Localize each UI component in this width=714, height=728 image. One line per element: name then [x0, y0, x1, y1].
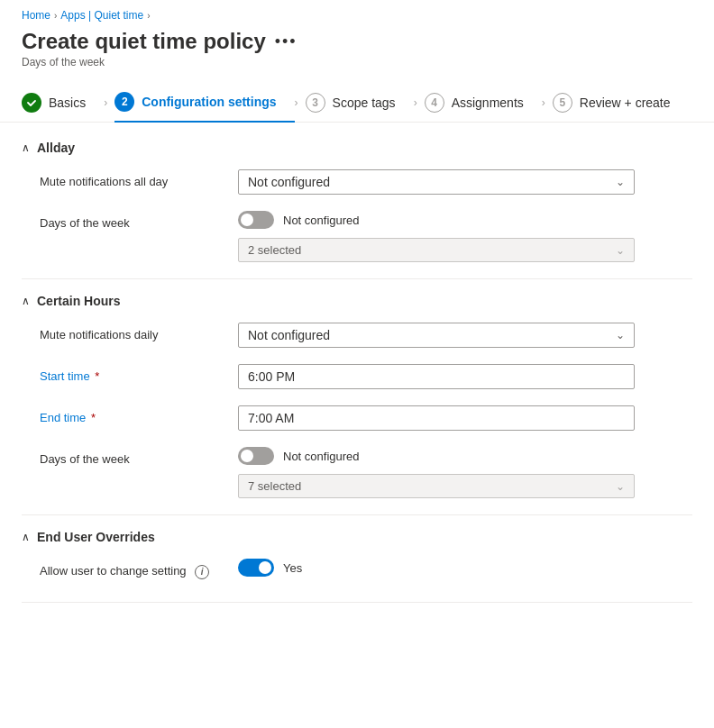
section-allday-header[interactable]: ∧ Allday [22, 141, 692, 155]
end-required-star: * [87, 411, 96, 424]
certain-hours-end-control [238, 405, 692, 431]
certain-hours-chevron-icon: ∧ [22, 295, 30, 307]
certain-hours-start-label: Start time * [40, 364, 238, 383]
certain-hours-mute-row: Mute notifications daily Not configured … [40, 323, 692, 348]
section-end-user: ∧ End User Overrides Allow user to chang… [22, 530, 692, 586]
certain-hours-start-control [238, 364, 692, 389]
section-allday: ∧ Allday Mute notifications all day Not … [22, 141, 692, 262]
step-assignments-label: Assignments [452, 96, 524, 110]
certain-hours-mute-dropdown[interactable]: Not configured ⌄ [238, 323, 635, 348]
end-user-allow-control: Yes [238, 559, 692, 586]
section-certain-hours: ∧ Certain Hours Mute notifications daily… [22, 294, 692, 498]
step-basics[interactable]: Basics [22, 84, 104, 122]
certain-hours-start-row: Start time * [40, 364, 692, 389]
breadcrumb: Home › Apps | Quiet time › [0, 0, 714, 25]
allday-mute-label: Mute notifications all day [40, 169, 238, 188]
divider-3 [22, 602, 692, 603]
allday-mute-value: Not configured [248, 175, 330, 189]
main-content: ∧ Allday Mute notifications all day Not … [0, 123, 714, 635]
allday-days-label: Days of the week [40, 211, 238, 230]
end-user-allow-toggle-label: Yes [283, 561, 302, 575]
certain-hours-days-toggle-row: Not configured [238, 447, 692, 465]
certain-hours-days-multiselect[interactable]: 7 selected ⌄ [238, 474, 635, 498]
allday-days-control: Not configured 2 selected ⌄ [238, 211, 692, 262]
step-review-label: Review + create [580, 96, 671, 110]
certain-hours-end-label: End time * [40, 405, 238, 424]
breadcrumb-home[interactable]: Home [22, 9, 50, 22]
certain-hours-days-toggle[interactable] [238, 447, 274, 465]
certain-hours-days-arrow-icon: ⌄ [616, 480, 625, 493]
allday-days-toggle-knob [241, 214, 253, 226]
certain-hours-mute-arrow-icon: ⌄ [616, 329, 625, 341]
breadcrumb-apps[interactable]: Apps | Quiet time [60, 9, 143, 22]
breadcrumb-sep-2: › [147, 11, 150, 21]
step-assignments-circle: 4 [425, 93, 444, 113]
end-user-allow-toggle-row: Yes [238, 559, 692, 577]
allday-days-selected-value: 2 selected [248, 243, 301, 257]
step-sep-3: › [414, 96, 417, 109]
step-scope-circle: 3 [306, 93, 325, 113]
allday-days-toggle[interactable] [238, 211, 274, 229]
allday-chevron-icon: ∧ [22, 141, 30, 154]
step-configuration[interactable]: 2 Configuration settings [114, 83, 294, 123]
start-time-input[interactable] [238, 364, 635, 389]
allow-info-icon[interactable]: i [195, 565, 209, 579]
certain-hours-days-toggle-label: Not configured [283, 450, 360, 463]
step-config-circle: 2 [114, 92, 134, 112]
certain-hours-days-selected-value: 7 selected [248, 479, 301, 493]
allday-days-toggle-row: Not configured [238, 211, 692, 229]
allday-days-arrow-icon: ⌄ [616, 244, 625, 257]
certain-hours-days-control: Not configured 7 selected ⌄ [238, 447, 692, 498]
certain-hours-mute-control: Not configured ⌄ [238, 323, 692, 348]
certain-hours-days-toggle-knob [241, 450, 253, 462]
step-review-circle: 5 [553, 93, 572, 113]
step-scope-label: Scope tags [333, 96, 396, 110]
page-header: Create quiet time policy ••• [0, 25, 714, 56]
step-sep-1: › [104, 96, 107, 109]
section-end-user-header[interactable]: ∧ End User Overrides [22, 530, 692, 544]
step-scope[interactable]: 3 Scope tags [306, 84, 414, 122]
allday-mute-control: Not configured ⌄ [238, 169, 692, 195]
breadcrumb-sep-1: › [54, 11, 57, 21]
divider-2 [22, 514, 692, 515]
certain-hours-days-label: Days of the week [40, 447, 238, 466]
allday-title: Allday [37, 141, 75, 155]
allday-mute-arrow-icon: ⌄ [616, 176, 625, 188]
allday-days-row: Days of the week Not configured 2 select… [40, 211, 692, 262]
more-options-icon[interactable]: ••• [275, 32, 298, 51]
page-subtitle: Days of the week [0, 56, 714, 83]
certain-hours-mute-value: Not configured [248, 328, 330, 342]
certain-hours-days-row: Days of the week Not configured 7 select… [40, 447, 692, 498]
step-sep-4: › [542, 96, 545, 109]
end-user-allow-toggle-knob [259, 561, 271, 574]
start-required-star: * [92, 369, 100, 383]
divider-1 [22, 278, 692, 279]
step-basics-label: Basics [49, 96, 86, 110]
step-review[interactable]: 5 Review + create [553, 84, 689, 122]
step-assignments[interactable]: 4 Assignments [425, 84, 542, 122]
end-user-allow-toggle[interactable] [238, 559, 274, 577]
certain-hours-end-row: End time * [40, 405, 692, 431]
step-sep-2: › [295, 96, 298, 109]
allday-mute-dropdown[interactable]: Not configured ⌄ [238, 169, 635, 195]
page-title: Create quiet time policy [22, 29, 266, 54]
step-basics-circle [22, 93, 41, 113]
allday-days-multiselect[interactable]: 2 selected ⌄ [238, 238, 635, 262]
allday-days-toggle-label: Not configured [283, 214, 360, 227]
section-certain-hours-header[interactable]: ∧ Certain Hours [22, 294, 692, 308]
steps-bar: Basics › 2 Configuration settings › 3 Sc… [0, 83, 714, 123]
end-user-title: End User Overrides [37, 530, 155, 544]
certain-hours-mute-label: Mute notifications daily [40, 323, 238, 341]
step-config-label: Configuration settings [142, 95, 276, 109]
end-time-input[interactable] [238, 405, 635, 431]
certain-hours-title: Certain Hours [37, 294, 121, 308]
end-user-allow-row: Allow user to change setting i Yes [40, 559, 692, 586]
end-user-chevron-icon: ∧ [22, 531, 30, 543]
allday-mute-row: Mute notifications all day Not configure… [40, 169, 692, 195]
end-user-allow-label: Allow user to change setting i [40, 559, 238, 579]
